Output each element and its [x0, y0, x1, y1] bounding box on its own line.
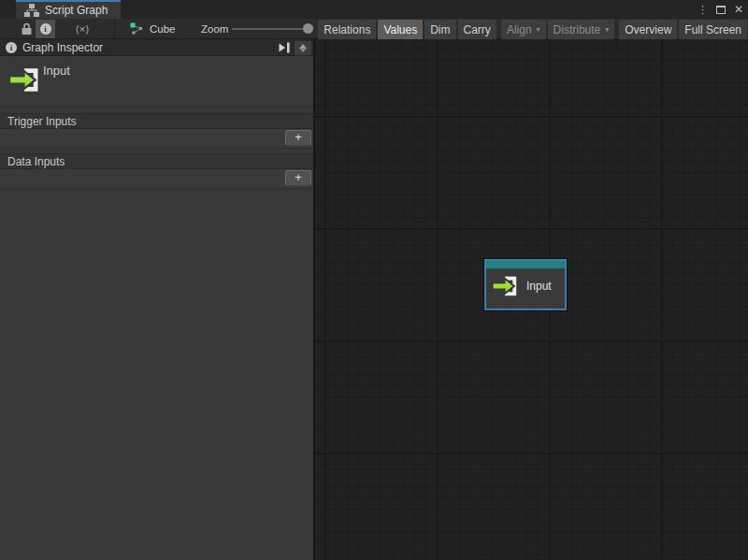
- tab-script-graph[interactable]: Script Graph: [16, 0, 121, 19]
- toolbar-buttons: Relations Values Dim Carry Align ▾ Distr…: [316, 20, 747, 39]
- close-icon[interactable]: ✕: [734, 4, 743, 15]
- input-unit-icon: [491, 274, 520, 298]
- graph-inspector-title: Graph Inspector: [22, 41, 103, 54]
- zoom-label: Zoom: [201, 23, 228, 35]
- selected-unit-title: Input: [43, 64, 70, 78]
- popout-panel-icon[interactable]: [278, 41, 291, 54]
- window-menu-icon[interactable]: ⋮: [698, 5, 708, 15]
- zoom-slider-track[interactable]: [232, 28, 309, 30]
- selected-unit-header: Input: [0, 56, 313, 108]
- inspector-toggle-button[interactable]: i: [36, 20, 55, 38]
- window-controls: ⋮ ✕: [698, 0, 743, 19]
- distribute-label: Distribute: [554, 23, 601, 36]
- header-divider: [273, 42, 274, 53]
- values-button[interactable]: Values: [378, 20, 423, 39]
- maximize-icon[interactable]: [716, 6, 726, 14]
- input-node-label: Input: [526, 280, 552, 293]
- info-icon: i: [6, 42, 17, 53]
- graph-toolbar: i ⟨×⟩ Cube Zoom 1x Relations Values Dim …: [0, 19, 748, 39]
- tab-bar: Script Graph ⋮ ✕: [0, 0, 748, 19]
- add-data-input-button[interactable]: +: [285, 170, 311, 186]
- graph-inspector-panel: i Graph Inspector Input Trigger Inputs +…: [0, 39, 313, 560]
- data-inputs-label: Data Inputs: [0, 153, 313, 169]
- tab-label: Script Graph: [45, 4, 108, 17]
- distribute-dropdown[interactable]: Distribute ▾: [548, 20, 615, 39]
- info-icon: i: [40, 23, 51, 35]
- dim-button[interactable]: Dim: [424, 20, 455, 39]
- script-graph-window: Script Graph ⋮ ✕ i ⟨×⟩ Cube Zoom: [0, 0, 748, 560]
- chevron-down-icon: ▾: [537, 25, 540, 34]
- input-node-body: Input: [486, 269, 565, 298]
- trigger-inputs-row: +: [0, 129, 313, 149]
- relations-button[interactable]: Relations: [318, 20, 376, 39]
- chevron-down-icon: ▾: [605, 25, 609, 34]
- input-node-header[interactable]: [486, 261, 565, 269]
- graph-name: Cube: [150, 23, 176, 35]
- align-label: Align: [507, 23, 532, 36]
- data-inputs-row: +: [0, 169, 313, 189]
- full-screen-button[interactable]: Full Screen: [679, 20, 747, 39]
- trigger-inputs-label: Trigger Inputs: [0, 113, 313, 129]
- graph-node-icon: [130, 22, 144, 35]
- input-unit-icon: [7, 65, 42, 94]
- input-node[interactable]: Input: [484, 259, 567, 310]
- graph-inspector-header: i Graph Inspector: [0, 39, 313, 56]
- script-graph-icon: [24, 4, 39, 17]
- overview-button[interactable]: Overview: [619, 20, 677, 39]
- code-view-icon[interactable]: ⟨×⟩: [67, 20, 97, 38]
- lock-icon[interactable]: [21, 22, 33, 36]
- graph-canvas[interactable]: Input: [313, 39, 748, 560]
- graph-reference[interactable]: Cube: [130, 19, 176, 38]
- chevron-down-icon: [299, 48, 307, 52]
- toolbar-divider: [114, 19, 115, 38]
- zoom-slider-handle[interactable]: [303, 23, 313, 34]
- add-trigger-input-button[interactable]: +: [285, 130, 311, 146]
- align-dropdown[interactable]: Align ▾: [501, 20, 546, 39]
- panel-scroll-spinner[interactable]: [294, 40, 312, 56]
- carry-button[interactable]: Carry: [458, 20, 496, 39]
